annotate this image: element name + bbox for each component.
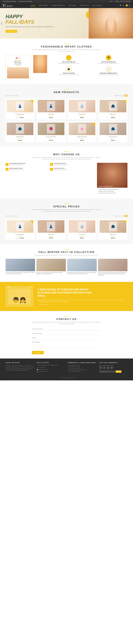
feature-4-desc: Pellentesque aliquot augue malesuada sem…: [98, 74, 119, 75]
bottle-icon: 🍼: [18, 57, 20, 59]
nav-contact[interactable]: CONTACT US: [79, 4, 90, 7]
cart-icon[interactable]: 🛒: [123, 4, 125, 6]
collection-photo-2: [36, 259, 66, 271]
products-next-btn[interactable]: ❯: [125, 94, 128, 97]
dot-1: [64, 44, 65, 44]
special-name-2: Cotton dress: [38, 234, 64, 235]
twitter-top-icon[interactable]: t: [123, 0, 125, 2]
product-name-7: Knitted flower jacket: [69, 136, 96, 138]
hero-next-btn[interactable]: ❯: [130, 22, 132, 25]
menu-icon[interactable]: ☰: [129, 4, 130, 6]
special-prices-section: SPECIAL PRICES Pellentesque aliquot augu…: [0, 198, 133, 244]
special-next-btn[interactable]: ❯: [125, 215, 128, 217]
special-current-price-2: $22.00: [49, 237, 53, 239]
why-item-title-2: Fast Delivery Available: [54, 163, 68, 164]
footer-phone: 📞 (123) 456-7890: [37, 367, 65, 368]
facebook-top-icon[interactable]: f: [120, 0, 122, 2]
feature-3-desc: Pellentesque aliquot augue malesuada sem…: [58, 74, 79, 75]
footer-contact-title: GET IN TOUCH: [37, 362, 65, 363]
logo-sub: WS: [3, 4, 13, 6]
contact-dot-1: [64, 316, 65, 317]
special-prev-btn[interactable]: ❮: [122, 215, 125, 217]
footer: ABOUT WS BABY The store is more than jus…: [0, 358, 133, 380]
product-card-1: 👗 Rose baby jumper ★★★★☆ $20.00 $15.00: [6, 99, 34, 120]
newsletter-email-input[interactable]: [99, 370, 116, 373]
lookbook-year-label: FASHION LOOKBOOK 2018: [98, 186, 113, 187]
quote-text: A WIDE RANGE OF TODDLER AND INFANT CLOTH…: [38, 288, 128, 298]
product-img-6: 🧶: [38, 122, 64, 135]
footer-linkedin-icon[interactable]: in: [106, 366, 110, 369]
faq-item-4: › What Payment Methods Do You Accept?: [68, 369, 96, 370]
footer-twitter-icon[interactable]: t: [103, 366, 106, 369]
why-item-2: ✓ Fast Delivery Available Pellentesque a…: [50, 163, 93, 166]
quote-left: ☁ ☁ 👦👧: [6, 286, 33, 307]
fashionable-inner: 🎀 🍼 BABY WINTER COLLECTION 2018 👶 New ar…: [6, 55, 128, 80]
footer-website: 🌐 www.wsthemes.com: [37, 371, 65, 372]
contact-dot-2: [66, 316, 67, 317]
footer-google-icon[interactable]: g+: [110, 366, 113, 369]
product-card-4: 🧥 Knitted dress ★★★★☆ $25.00: [98, 99, 128, 120]
footer-contact-col: GET IN TOUCH 📍 1337 Winona Street, Grand…: [37, 362, 65, 373]
product-stars-4: ★★★★☆: [100, 115, 126, 116]
hero-title-line2: FALL·IDAYS: [6, 19, 34, 25]
footer-about-title: ABOUT WS BABY: [6, 362, 34, 363]
product-price-3: $18.00: [69, 117, 96, 118]
name-field[interactable]: [32, 328, 101, 330]
footer-facebook-icon[interactable]: f: [99, 366, 102, 369]
sp-dot-3: [68, 203, 68, 204]
email-field[interactable]: [32, 332, 101, 335]
collection-label: COLLECTION: [7, 64, 29, 65]
feature-4-title: Baby Boys Toddling Starters: [100, 72, 117, 74]
why-title: WHY CHOOSE US: [6, 153, 128, 156]
contact-submit-btn[interactable]: SUBMIT: [32, 351, 44, 354]
fashionable-mid: [33, 55, 47, 73]
hero-prev-btn[interactable]: ❮: [1, 22, 3, 25]
subject-field[interactable]: [32, 336, 101, 340]
product-current-price-5: $19.00: [18, 140, 22, 141]
why-dots: [6, 150, 128, 152]
pinterest-top-icon[interactable]: p: [128, 0, 130, 2]
header: WS WS BABY HOME BABY STORE OTHER PRODUCT…: [0, 3, 133, 8]
top-bar-sep: |: [17, 1, 18, 2]
product-price-6: $16.00: [38, 140, 64, 141]
hero-title-line1: HAPPY: [6, 14, 23, 20]
special-current-price-1: $15.00: [20, 237, 24, 239]
lookbook-item-3: Every Design For Baby Girls By $1.000: [97, 192, 128, 194]
message-field[interactable]: [32, 341, 101, 348]
product-name-1: Rose baby jumper: [7, 114, 34, 115]
product-card-3: 👔 Denim dress ★★★★★ $18.00: [68, 99, 96, 120]
search-icon[interactable]: 🔍: [120, 4, 122, 6]
google-top-icon[interactable]: g: [126, 0, 128, 2]
why-inner: ✓ Great Quality/Incredible Prices Pellen…: [6, 163, 128, 194]
top-bar-currency: USD: [110, 1, 113, 2]
nav-other-products[interactable]: OTHER PRODUCTS: [51, 4, 66, 7]
special-stars-2: ★★★★☆: [38, 236, 64, 237]
logo-main: WS BABY: [3, 6, 13, 7]
hero-section: ❮ HAPPY FALL·IDAYS Highest Quality Baby …: [0, 8, 133, 38]
product-current-price-2: $22.00: [49, 117, 53, 118]
special-products-header: Showing 1-4 of 21 results Default sortin…: [6, 215, 128, 217]
nav-home[interactable]: HOME: [30, 4, 36, 7]
footer-email-text: info@wsthemes.com: [39, 369, 48, 370]
nav-baby-store[interactable]: BABY STORE: [38, 4, 48, 7]
products-prev-btn[interactable]: ❮: [122, 94, 125, 97]
nav-account[interactable]: MY ACCOUNT: [92, 4, 103, 7]
product-name-2: Cotton dress: [38, 114, 64, 115]
why-check-4: ✓: [50, 168, 53, 171]
product-current-price-7: $28.00: [80, 140, 84, 141]
product-stars-3: ★★★★★: [69, 115, 96, 116]
why-item-title-1: Great Quality/Incredible Prices: [10, 163, 26, 164]
feature-1-desc: Pellentesque aliquot augue malesuada sem…: [58, 63, 79, 64]
special-products-count: Showing 1-4 of 21 results: [6, 216, 18, 217]
nav-features[interactable]: FEATURES: [68, 4, 77, 7]
product-img-5: 🧥: [7, 122, 34, 135]
collection-photo-4: [98, 259, 128, 271]
top-bar-language: English: [115, 1, 119, 2]
hero-shop-btn[interactable]: SHOP NOW: [6, 30, 17, 33]
product-name-6: Leopard knit jumper: [38, 136, 64, 138]
newsletter-submit-btn[interactable]: SUBMIT: [116, 370, 122, 373]
quote-sub: Pellentesque aliquot augue malesuada sem…: [38, 299, 128, 302]
contact-section: CONTACT US Pellentesque aliquot augue ma…: [0, 311, 133, 358]
feature-2-desc: Pellentesque aliquot augue malesuada sem…: [98, 63, 119, 64]
why-item-desc-4: Pellentesque aliquot augue lorem.: [54, 169, 68, 170]
